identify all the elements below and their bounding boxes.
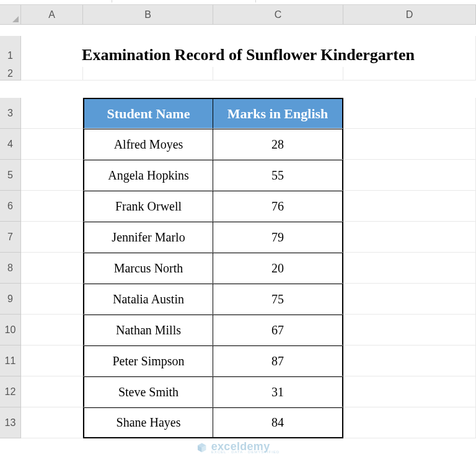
cell-d6[interactable] xyxy=(343,191,476,222)
table-cell-marks[interactable]: 79 xyxy=(213,222,343,253)
row-head-5[interactable]: 5 xyxy=(0,160,21,191)
table-cell-marks[interactable]: 84 xyxy=(213,407,343,438)
cell-d13[interactable] xyxy=(343,407,476,438)
cell-a7[interactable] xyxy=(21,222,83,253)
table-cell-name[interactable]: Marcus North xyxy=(83,253,213,284)
table-cell-marks[interactable]: 55 xyxy=(213,160,343,191)
table-cell-name[interactable]: Peter Simpson xyxy=(83,345,213,376)
table-cell-marks[interactable]: 20 xyxy=(213,253,343,284)
table-cell-name[interactable]: Steve Smith xyxy=(83,376,213,407)
row-head-8[interactable]: 8 xyxy=(0,253,21,284)
cell-b2[interactable] xyxy=(83,67,213,80)
cube-icon xyxy=(196,442,208,453)
cell-d5[interactable] xyxy=(343,160,476,191)
cell-a3[interactable] xyxy=(21,98,83,129)
select-all-corner[interactable] xyxy=(0,5,21,25)
table-cell-name[interactable]: Nathan Mills xyxy=(83,315,213,345)
table-cell-name[interactable]: Alfred Moyes xyxy=(83,129,213,160)
table-cell-name[interactable]: Jennifer Marlo xyxy=(83,222,213,253)
cell-a11[interactable] xyxy=(21,345,83,376)
cell-a10[interactable] xyxy=(21,315,83,345)
table-cell-marks[interactable]: 28 xyxy=(213,129,343,160)
table-cell-name[interactable]: Angela Hopkins xyxy=(83,160,213,191)
formula-bar-stub xyxy=(0,0,476,5)
row-head-11[interactable]: 11 xyxy=(0,345,21,376)
row-head-9[interactable]: 9 xyxy=(0,284,21,315)
spreadsheet-grid: A B C D 1 Examination Record of Sunflowe… xyxy=(0,5,476,438)
cell-d4[interactable] xyxy=(343,129,476,160)
cell-d8[interactable] xyxy=(343,253,476,284)
row-head-7[interactable]: 7 xyxy=(0,222,21,253)
watermark-sub: EXCEL · DATA · DEMYSTIFIED xyxy=(211,450,280,454)
cell-d10[interactable] xyxy=(343,315,476,345)
cell-d11[interactable] xyxy=(343,345,476,376)
cell-a4[interactable] xyxy=(21,129,83,160)
cell-d3[interactable] xyxy=(343,98,476,129)
table-cell-marks[interactable]: 87 xyxy=(213,345,343,376)
cell-a13[interactable] xyxy=(21,407,83,438)
row-head-12[interactable]: 12 xyxy=(0,376,21,407)
row-head-2[interactable]: 2 xyxy=(0,67,21,80)
cell-a9[interactable] xyxy=(21,284,83,315)
cell-a12[interactable] xyxy=(21,376,83,407)
row-head-6[interactable]: 6 xyxy=(0,191,21,222)
table-cell-marks[interactable]: 31 xyxy=(213,376,343,407)
cell-c2[interactable] xyxy=(213,67,343,80)
cell-a5[interactable] xyxy=(21,160,83,191)
table-cell-name[interactable]: Shane Hayes xyxy=(83,407,213,438)
cell-d12[interactable] xyxy=(343,376,476,407)
row-head-10[interactable]: 10 xyxy=(0,315,21,345)
cell-a2[interactable] xyxy=(21,67,83,80)
col-head-a[interactable]: A xyxy=(21,5,83,25)
col-head-b[interactable]: B xyxy=(83,5,213,25)
table-cell-marks[interactable]: 67 xyxy=(213,315,343,345)
row-head-13[interactable]: 13 xyxy=(0,407,21,438)
header-marks[interactable]: Marks in English xyxy=(213,98,343,129)
col-head-d[interactable]: D xyxy=(343,5,476,25)
cell-a6[interactable] xyxy=(21,191,83,222)
table-cell-marks[interactable]: 75 xyxy=(213,284,343,315)
table-cell-name[interactable]: Natalia Austin xyxy=(83,284,213,315)
cell-a8[interactable] xyxy=(21,253,83,284)
watermark: exceldemy EXCEL · DATA · DEMYSTIFIED xyxy=(196,441,280,454)
table-cell-name[interactable]: Frank Orwell xyxy=(83,191,213,222)
row-head-4[interactable]: 4 xyxy=(0,129,21,160)
table-cell-marks[interactable]: 76 xyxy=(213,191,343,222)
cell-d7[interactable] xyxy=(343,222,476,253)
header-student-name[interactable]: Student Name xyxy=(83,98,213,129)
col-head-c[interactable]: C xyxy=(213,5,343,25)
cell-d9[interactable] xyxy=(343,284,476,315)
cell-d2[interactable] xyxy=(343,67,476,80)
row-head-3[interactable]: 3 xyxy=(0,98,21,129)
